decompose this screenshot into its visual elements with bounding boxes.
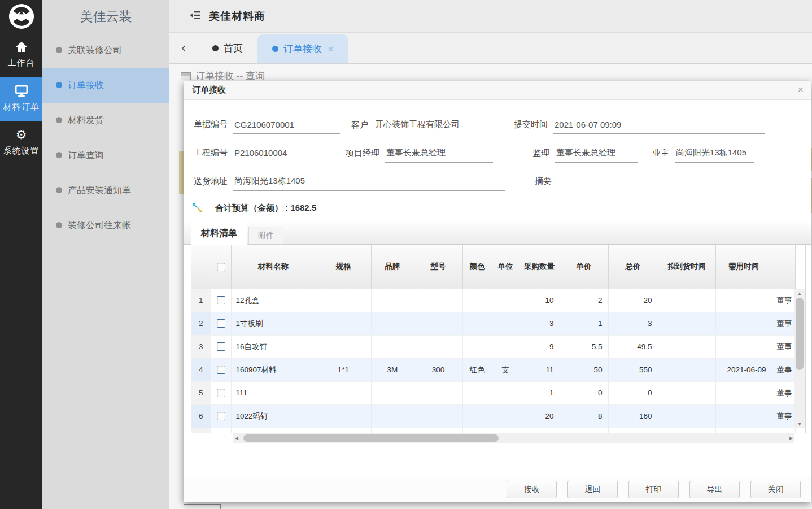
summary-input[interactable] (557, 186, 762, 190)
receive-button[interactable]: 接收 (507, 481, 557, 498)
cell-check (211, 381, 231, 404)
table-row[interactable]: 61022码钉208160董事 (191, 404, 795, 428)
budget-label: 合计预算（金额） : (215, 203, 288, 212)
row-checkbox[interactable] (217, 412, 225, 420)
select-all-checkbox[interactable] (217, 263, 225, 271)
rail-item-settings[interactable]: ⚙ 系统设置 (0, 121, 42, 165)
cell-qty: 3 (519, 312, 560, 335)
logo-icon (8, 3, 34, 29)
header-brand: 品牌 (371, 245, 414, 289)
cell-arrive (658, 358, 715, 381)
sidebar: 美佳云装 关联装修公司 订单接收 材料发货 订单查询 产品安装通知单 装修公司往… (42, 0, 169, 509)
return-button[interactable]: 退回 (567, 481, 618, 498)
horizontal-scrollbar[interactable]: ◂ ▸ (233, 433, 794, 443)
print-button[interactable]: 打印 (628, 481, 679, 498)
cell-name: 1022码钉 (231, 404, 316, 428)
sidebar-item-order-query[interactable]: 订单查询 (42, 138, 169, 173)
cell-check (211, 428, 231, 433)
cell-brand (371, 381, 414, 404)
export-button[interactable]: 导出 (689, 481, 740, 498)
tab-close-icon[interactable]: × (328, 44, 333, 54)
supervisor-input[interactable]: 董事长兼总经理 (555, 147, 638, 163)
bullet-icon (56, 222, 62, 228)
cell-price (560, 428, 608, 433)
header-arrive: 拟到货时间 (658, 245, 715, 289)
vertical-scrollbar[interactable]: ▴ ▾ (794, 289, 805, 428)
menu-fold-icon[interactable] (190, 11, 201, 22)
pm-input[interactable]: 董事长兼总经理 (385, 147, 493, 163)
cell-model (414, 335, 462, 358)
tab-home[interactable]: 首页 (198, 33, 257, 63)
icon-rail: 工作台 材料订单 ⚙ 系统设置 (0, 0, 42, 509)
tab-order-receive[interactable]: 订单接收 × (257, 34, 348, 63)
customer-input[interactable]: 开心装饰工程有限公司 (374, 119, 496, 134)
cell-unit (492, 335, 519, 358)
cell-name: 12孔盒 (231, 289, 316, 312)
close-button[interactable]: 关闭 (750, 481, 801, 498)
field-customer: 客户 开心装饰工程有限公司 (348, 119, 496, 134)
background-highlight-strip (179, 151, 184, 194)
rail-item-workbench[interactable]: 工作台 (0, 33, 42, 77)
docno-input[interactable]: CG2106070001 (233, 120, 340, 134)
cell-name: 111 (231, 381, 316, 404)
table-row[interactable]: 316自攻钉95.549.5董事 (191, 335, 795, 358)
cell-brand (371, 312, 414, 335)
submit-time-input[interactable]: 2021-06-07 09:09 (553, 120, 765, 134)
material-table: 材料名称规格品牌型号颜色单位采购数量单价总价拟到货时间需用时间 112孔盒102… (191, 245, 806, 433)
table-row[interactable]: 4160907材料1*13M300红色支11505502021-06-09董事 (191, 358, 795, 381)
cell-qty: 9 (519, 335, 560, 358)
topbar: 美佳材料商 (169, 0, 812, 33)
sidebar-item-material-ship[interactable]: 材料发货 (42, 103, 169, 138)
table-row[interactable]: 5111100董事 (191, 381, 795, 404)
cell-name: 1寸板刷 (231, 312, 316, 335)
scroll-right-icon[interactable]: ▸ (789, 434, 793, 442)
expand-arrows-icon[interactable]: ↖ ↘ (191, 202, 205, 214)
sidebar-item-company-account[interactable]: 装修公司往来帐 (42, 208, 169, 243)
cell-need (715, 381, 772, 404)
cell-brand: 3M (371, 358, 414, 381)
cell-total: 3 (608, 312, 658, 335)
rail-item-material-order[interactable]: 材料订单 (0, 77, 42, 121)
cell-spec (316, 289, 371, 312)
address-input[interactable]: 尚海阳光13栋1405 (233, 176, 505, 191)
cell-spec (316, 381, 371, 404)
app-logo (0, 0, 42, 33)
project-no-input[interactable]: P2106010004 (233, 148, 340, 162)
row-checkbox[interactable] (217, 296, 225, 304)
table-row[interactable]: 21寸板刷313董事 (191, 312, 795, 335)
scroll-left-icon[interactable]: ◂ (235, 434, 238, 442)
row-checkbox[interactable] (217, 319, 225, 328)
scroll-down-icon[interactable]: ▾ (794, 420, 805, 428)
row-checkbox[interactable] (217, 342, 225, 351)
tab-attachments[interactable]: 附件 (248, 227, 283, 244)
cell-check (211, 289, 231, 312)
divider (184, 219, 811, 219)
sidebar-item-linked-companies[interactable]: 关联装修公司 (42, 33, 169, 68)
cell-color (462, 428, 492, 433)
cell-price: 0 (560, 381, 608, 404)
cell-total: 160 (608, 404, 658, 428)
table-row[interactable]: 112孔盒10220董事 (191, 289, 795, 312)
scroll-up-icon[interactable]: ▴ (794, 290, 805, 297)
sidebar-item-order-receive[interactable]: 订单接收 (42, 68, 169, 103)
dialog-close-icon[interactable]: × (798, 85, 804, 94)
sidebar-item-install-notice[interactable]: 产品安装通知单 (42, 173, 169, 208)
table-header-row: 材料名称规格品牌型号颜色单位采购数量单价总价拟到货时间需用时间 (191, 245, 795, 289)
detail-tabs: 材料清单 附件 (184, 223, 811, 245)
row-checkbox[interactable] (217, 389, 225, 397)
vertical-scroll-thumb[interactable] (796, 298, 804, 370)
owner-input[interactable]: 尚海阳光13栋1405 (675, 147, 754, 163)
cell-arrive (658, 381, 715, 404)
cell-need (715, 404, 772, 428)
cell-model (414, 381, 462, 404)
cell-qty: 1 (519, 381, 560, 404)
tab-material-list[interactable]: 材料清单 (191, 223, 247, 245)
header-num (191, 245, 211, 289)
table-row[interactable] (191, 428, 795, 433)
tab-dot-icon (212, 45, 219, 51)
horizontal-scroll-thumb[interactable] (243, 434, 499, 442)
row-checkbox[interactable] (217, 366, 225, 374)
tabs-back-icon[interactable]: ‹ (169, 33, 198, 63)
cell-total: 0 (608, 381, 658, 404)
header-qty: 采购数量 (519, 245, 560, 289)
